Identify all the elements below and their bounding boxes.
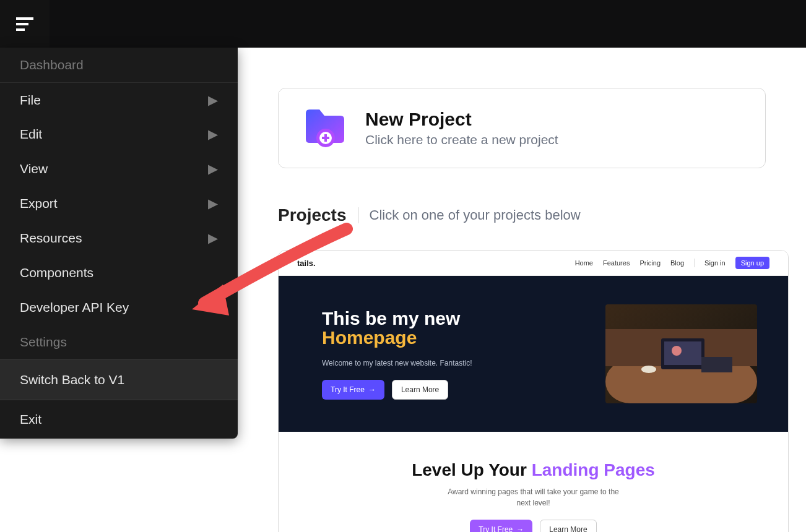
- menu-export[interactable]: Export ▶: [0, 186, 238, 221]
- chevron-right-icon: ▶: [208, 196, 218, 211]
- chevron-right-icon: ▶: [208, 93, 218, 108]
- svg-rect-1: [16, 23, 28, 25]
- hero-sub: Welcome to my latest new website. Fantas…: [322, 359, 581, 367]
- svg-rect-2: [16, 28, 25, 31]
- section2-line2: Landing Pages: [532, 460, 655, 479]
- menu-dashboard-label: Dashboard: [20, 58, 84, 72]
- projects-subtitle: Click on one of your projects below: [370, 207, 581, 223]
- menu-switch-back[interactable]: Switch Back to V1: [0, 359, 238, 400]
- section2-cta-primary: Try It Free →: [470, 520, 532, 532]
- hero-left: This be my new Homepage Welcome to my la…: [322, 309, 581, 400]
- nav-signin: Sign in: [704, 259, 726, 267]
- svg-rect-12: [701, 357, 732, 372]
- hero-line2: Homepage: [322, 328, 581, 348]
- menu-developer-api-key-label: Developer API Key: [20, 300, 129, 315]
- nav-signup: Sign up: [735, 257, 769, 269]
- arrow-right-icon: →: [516, 525, 524, 532]
- menu-toggle-button[interactable]: [0, 0, 50, 48]
- hero-image: [605, 304, 757, 403]
- menu-exit-label: Exit: [20, 412, 41, 427]
- menu-settings: Settings: [0, 325, 238, 359]
- menu-file-label: File: [20, 93, 41, 108]
- menu-resources[interactable]: Resources ▶: [0, 221, 238, 255]
- project-preview-card[interactable]: tails. Home Features Pricing Blog Sign i…: [278, 250, 789, 532]
- section2-line1: Level Up Your: [412, 460, 531, 479]
- projects-title: Projects: [278, 205, 347, 225]
- menu-view-label: View: [20, 161, 48, 176]
- preview-section2: Level Up Your Landing Pages Award winnin…: [279, 432, 788, 532]
- menu-exit[interactable]: Exit: [0, 400, 238, 439]
- menu-dashboard: Dashboard: [0, 48, 238, 82]
- svg-rect-6: [322, 137, 329, 139]
- hero-cta-primary: Try It Free →: [322, 380, 384, 400]
- new-project-subtitle: Click here to create a new project: [365, 132, 558, 147]
- menu-edit-label: Edit: [20, 127, 42, 142]
- main-content: New Project Click here to create a new p…: [238, 48, 806, 532]
- menu-developer-api-key[interactable]: Developer API Key: [0, 290, 238, 325]
- svg-point-11: [672, 346, 682, 356]
- topbar: [0, 0, 806, 48]
- new-project-title: New Project: [365, 109, 558, 130]
- arrow-right-icon: →: [368, 385, 376, 394]
- menu-components[interactable]: Components: [0, 255, 238, 290]
- menu-export-label: Export: [20, 196, 58, 211]
- svg-rect-10: [664, 341, 701, 365]
- hero-buttons: Try It Free → Learn More: [322, 380, 581, 400]
- svg-point-13: [641, 366, 656, 373]
- hero-line1: This be my new: [322, 308, 460, 328]
- divider: [358, 207, 358, 223]
- chevron-right-icon: ▶: [208, 127, 218, 142]
- menu-file[interactable]: File ▶: [0, 82, 238, 117]
- nav-blog: Blog: [670, 259, 684, 267]
- projects-header: Projects Click on one of your projects b…: [278, 205, 766, 225]
- hero-cta-primary-label: Try It Free: [331, 385, 365, 394]
- new-project-folder-icon: [303, 108, 347, 148]
- nav-pricing: Pricing: [639, 259, 661, 267]
- divider: [694, 259, 695, 267]
- chevron-right-icon: ▶: [208, 231, 218, 246]
- section2-sub: Award winning pages that will take your …: [441, 486, 626, 508]
- preview-hero: This be my new Homepage Welcome to my la…: [279, 276, 788, 432]
- menu-components-label: Components: [20, 265, 93, 280]
- menu-settings-label: Settings: [20, 335, 67, 350]
- section2-heading: Level Up Your Landing Pages: [303, 460, 763, 480]
- menu-switch-back-label: Switch Back to V1: [20, 372, 124, 387]
- preview-navlinks: Home Features Pricing Blog Sign in Sign …: [575, 257, 769, 269]
- chevron-right-icon: ▶: [208, 161, 218, 176]
- nav-features: Features: [603, 259, 630, 267]
- hamburger-icon: [16, 17, 33, 31]
- hero-heading: This be my new Homepage: [322, 309, 581, 348]
- preview-brand: tails.: [297, 259, 316, 268]
- menu-view[interactable]: View ▶: [0, 152, 238, 186]
- section2-cta-secondary: Learn More: [540, 520, 596, 532]
- svg-rect-0: [16, 17, 33, 20]
- nav-home: Home: [575, 259, 593, 267]
- new-project-card[interactable]: New Project Click here to create a new p…: [278, 88, 766, 168]
- menu-edit[interactable]: Edit ▶: [0, 117, 238, 152]
- menu-resources-label: Resources: [20, 231, 82, 246]
- section2-cta-primary-label: Try It Free: [479, 525, 513, 532]
- main-menu-dropdown: Dashboard File ▶ Edit ▶ View ▶ Export ▶ …: [0, 48, 238, 439]
- new-project-text: New Project Click here to create a new p…: [365, 109, 558, 147]
- hero-cta-secondary: Learn More: [392, 380, 448, 400]
- preview-navbar: tails. Home Features Pricing Blog Sign i…: [279, 251, 788, 276]
- section2-buttons: Try It Free → Learn More: [303, 520, 763, 532]
